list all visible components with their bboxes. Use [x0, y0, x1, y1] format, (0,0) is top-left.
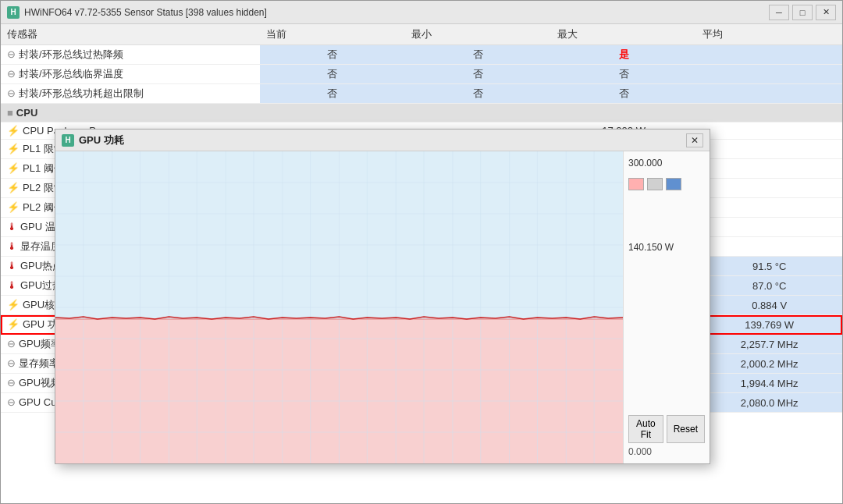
- sensor-avg: [696, 237, 842, 257]
- minus-icon: ⊖: [7, 357, 16, 369]
- sensor-avg: [696, 65, 842, 84]
- minus-icon: ⊖: [7, 377, 16, 389]
- maximize-button[interactable]: □: [792, 5, 813, 20]
- header-sensor: 传感器: [1, 24, 260, 45]
- gpu-power-popup: H GPU 功耗 ✕: [55, 129, 710, 464]
- reset-button[interactable]: Reset: [667, 415, 705, 443]
- app-icon: H: [7, 6, 20, 19]
- bolt-icon: ⚡: [7, 143, 20, 154]
- bolt-icon: ⚡: [7, 318, 20, 330]
- chart-buttons: Auto Fit Reset 0.000: [628, 415, 705, 457]
- sensor-avg: [696, 45, 842, 65]
- auto-fit-button[interactable]: Auto Fit: [628, 415, 663, 443]
- minus-icon: ⊖: [7, 338, 16, 350]
- bolt-icon: ⚡: [7, 299, 20, 311]
- chart-y-value: 140.150 W: [628, 242, 705, 253]
- swatch-blue[interactable]: [666, 178, 681, 190]
- sensor-avg: 1,994.4 MHz: [696, 374, 842, 393]
- close-button[interactable]: ✕: [816, 5, 836, 20]
- sensor-min: 否: [405, 45, 551, 65]
- sensor-avg: [696, 122, 842, 140]
- bolt-icon: ⚡: [7, 125, 20, 137]
- sensor-min: 否: [405, 65, 551, 84]
- sensor-current: 否: [260, 45, 406, 65]
- thermo-icon: 🌡: [7, 221, 17, 232]
- header-avg: 平均: [696, 24, 842, 45]
- sensor-avg: [696, 218, 842, 237]
- sensor-name: ⊖封装/环形总线功耗超出限制: [1, 84, 260, 104]
- chart-area: [55, 151, 624, 463]
- table-row: ⊖封装/环形总线过热降频 否 否 是: [1, 45, 842, 65]
- header-max: 最大: [551, 24, 697, 45]
- sensor-current: 否: [260, 84, 406, 104]
- header-current: 当前: [260, 24, 406, 45]
- chart-svg: [55, 151, 623, 463]
- minus-icon: ⊖: [7, 68, 16, 80]
- sensor-avg: [696, 179, 842, 198]
- swatch-gray[interactable]: [647, 178, 663, 190]
- popup-close-button[interactable]: ✕: [686, 133, 703, 147]
- header-min: 最小: [405, 24, 551, 45]
- table-row: ⊖封装/环形总线功耗超出限制 否 否 否: [1, 84, 842, 104]
- window-title: HWiNFO64 v7.72-5355 Sensor Status [398 v…: [24, 7, 267, 18]
- sensor-avg: 91.5 °C: [696, 257, 842, 276]
- chart-y-max: 300.000: [628, 158, 705, 169]
- sensor-avg: 2,257.7 MHz: [696, 335, 842, 354]
- sensor-max: 否: [551, 84, 697, 104]
- table-row: ■CPU: [1, 104, 842, 122]
- color-swatches: [628, 178, 705, 190]
- sensor-avg: [696, 140, 842, 159]
- sensor-avg: [696, 84, 842, 104]
- chart-right-panel: 300.000 140.150 W Auto Fit Reset 0.000: [624, 151, 710, 463]
- sensor-max: 是: [551, 45, 697, 65]
- section-header: ■CPU: [1, 104, 842, 122]
- bolt-icon: ⚡: [7, 182, 20, 193]
- sensor-avg: 2,000.2 MHz: [696, 354, 842, 374]
- minus-icon: ⊖: [7, 396, 16, 408]
- popup-body: 300.000 140.150 W Auto Fit Reset 0.000: [55, 151, 710, 463]
- thermo-icon: 🌡: [7, 260, 17, 272]
- sensor-avg: 87.0 °C: [696, 276, 842, 296]
- sensor-name: ⊖封装/环形总线过热降频: [1, 45, 260, 65]
- sensor-avg: 139.769 W: [696, 315, 842, 335]
- sensor-current: 否: [260, 65, 406, 84]
- sensor-avg: [696, 198, 842, 218]
- popup-title-bar: H GPU 功耗 ✕: [55, 130, 710, 151]
- sensor-min: 否: [405, 84, 551, 104]
- swatch-pink[interactable]: [628, 178, 644, 190]
- minus-icon: ⊖: [7, 87, 16, 99]
- sensor-avg: 2,080.0 MHz: [696, 393, 842, 413]
- chart-y-min: 0.000: [628, 446, 705, 457]
- sensor-avg: [696, 159, 842, 179]
- thermo-icon: 🌡: [7, 240, 17, 252]
- popup-icon: H: [62, 134, 74, 147]
- minimize-button[interactable]: ─: [769, 5, 789, 20]
- bolt-icon: ⚡: [7, 201, 20, 213]
- title-bar: H HWiNFO64 v7.72-5355 Sensor Status [398…: [1, 1, 842, 24]
- popup-title: GPU 功耗: [79, 133, 124, 147]
- sensor-max: 否: [551, 65, 697, 84]
- table-row: ⊖封装/环形总线临界温度 否 否 否: [1, 65, 842, 84]
- bolt-icon: ⚡: [7, 162, 20, 174]
- thermo-icon: 🌡: [7, 279, 17, 291]
- sensor-avg: 0.884 V: [696, 296, 842, 315]
- sensor-name: ⊖封装/环形总线临界温度: [1, 65, 260, 84]
- minus-icon: ⊖: [7, 48, 16, 60]
